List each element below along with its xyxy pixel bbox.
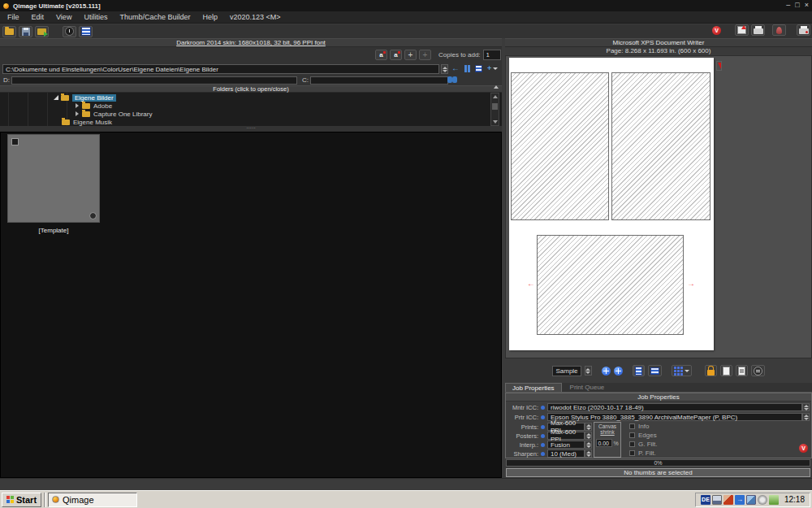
posters-field[interactable]: Max-600 PPI (547, 432, 585, 440)
option-dot-icon[interactable] (541, 425, 545, 429)
folder-refresh-button[interactable] (35, 26, 49, 37)
interp-spinner[interactable] (585, 441, 592, 449)
mntr-icc-spinner[interactable] (802, 403, 810, 411)
icc-dot-icon[interactable] (541, 415, 545, 419)
option-dot-icon[interactable] (541, 434, 545, 438)
copies-input[interactable] (483, 50, 501, 60)
menu-edit[interactable]: Edit (32, 13, 45, 21)
hold-icon[interactable] (464, 65, 470, 72)
menu-utilities[interactable]: Utilities (84, 13, 107, 21)
update-badge[interactable]: V (712, 26, 721, 35)
fit-view-icon[interactable] (602, 367, 611, 376)
pfilt-checkbox-row[interactable]: P. Filt. (629, 449, 656, 457)
update-tray-icon[interactable] (769, 495, 779, 505)
printer-setup-button[interactable] (751, 24, 765, 36)
prtr-icc-spinner[interactable] (802, 413, 810, 421)
tree-item-eigene-bilder[interactable]: Eigene Bilder (54, 93, 116, 102)
sharpen-spinner[interactable] (585, 449, 592, 458)
menu-file[interactable]: File (7, 13, 19, 21)
start-button[interactable]: Start (2, 493, 41, 507)
mouse-tray-icon[interactable] (758, 495, 767, 505)
thumb-rotate-icon[interactable] (89, 212, 97, 219)
skin-header-text[interactable]: Darkroom 2014 skin: 1680x1018, 32 bit, 9… (176, 39, 326, 46)
tree-collapsed-icon[interactable] (76, 103, 79, 108)
prints-spinner[interactable] (585, 423, 592, 431)
open-folder-button[interactable] (2, 26, 16, 37)
sample-spinner[interactable] (585, 366, 592, 376)
gfilt-checkbox-row[interactable]: G. Filt. (629, 441, 658, 448)
prtr-icc-field[interactable]: Epson Stylus Pro 3880_3885_3890 Archival… (547, 413, 802, 421)
auto-add-button-2[interactable]: a (390, 50, 402, 60)
print-cell-1[interactable] (511, 72, 609, 220)
display-tray-icon[interactable] (712, 495, 722, 505)
page-preview[interactable]: ← → (509, 58, 714, 350)
print-cell-2[interactable] (611, 72, 710, 220)
lock-button[interactable] (705, 365, 717, 376)
menu-help[interactable]: Help (202, 13, 218, 21)
drive-c-input[interactable] (310, 76, 448, 85)
info-checkbox[interactable] (629, 423, 635, 429)
small-list-icon[interactable] (475, 65, 482, 72)
sharpen-field[interactable]: 10 (Med) (547, 449, 585, 458)
resize-right-arrow-icon[interactable]: → (687, 280, 695, 287)
landscape-layout-button[interactable] (648, 365, 662, 376)
arrow-tray-icon[interactable]: → (735, 495, 745, 505)
menu-thumb-cache-builder[interactable]: Thumb/Cache Builder (119, 13, 190, 21)
page-settings-button[interactable] (751, 365, 765, 376)
copy-page-button[interactable] (736, 365, 748, 376)
add-copies-button[interactable]: + (404, 50, 417, 60)
taskbar-clock[interactable]: 12:18 (784, 495, 805, 504)
collapse-up-icon[interactable] (494, 85, 499, 89)
interp-field[interactable]: Fusion (547, 441, 585, 449)
print-cell-3[interactable] (537, 235, 684, 335)
tree-item-eigene-musik[interactable]: Eigene Musik (62, 118, 112, 126)
menu-version[interactable]: v2020.123 <M> (230, 13, 281, 21)
grid-options-button[interactable] (672, 365, 692, 376)
tree-item-adobe[interactable]: Adobe (76, 102, 112, 110)
edges-checkbox[interactable] (629, 432, 635, 438)
zoom-view-icon[interactable] (614, 367, 623, 376)
minimize-button[interactable]: – (786, 2, 790, 9)
tree-expanded-icon[interactable] (54, 95, 58, 100)
tree-item-capture-one-library[interactable]: Capture One Library (76, 110, 152, 118)
tab-job-properties[interactable]: Job Properties (505, 383, 562, 392)
queue-list-button[interactable] (79, 26, 93, 37)
portrait-layout-button[interactable] (633, 365, 645, 376)
print-preview-area[interactable]: ← → (505, 55, 812, 358)
scrollbar-thumb[interactable] (492, 103, 498, 110)
folders-header[interactable]: Folders (click to open/close) (0, 85, 502, 93)
path-field[interactable]: C:\Dokumente und Einstellungen\ColorUser… (2, 64, 439, 74)
network-tray-icon[interactable] (746, 495, 756, 505)
canvas-shrink-input[interactable] (596, 439, 612, 447)
language-indicator[interactable]: DE (701, 495, 710, 505)
sample-select[interactable]: Sample (552, 366, 581, 376)
close-button[interactable]: × (805, 2, 809, 9)
save-button[interactable] (19, 26, 32, 37)
thumbnail-area[interactable]: [Template] (0, 132, 502, 478)
mntr-icc-field[interactable]: riwodot Eizo (2020-10-17 18-49) (547, 403, 802, 411)
back-arrow-icon[interactable]: ← (451, 64, 460, 72)
timer-button[interactable] (63, 26, 76, 37)
tree-collapsed-icon[interactable] (76, 111, 79, 116)
auto-add-button-1[interactable]: a (375, 50, 387, 60)
scroll-up-icon[interactable] (493, 95, 498, 98)
v-badge-icon[interactable]: V (799, 444, 808, 453)
maximize-button[interactable]: □ (795, 2, 799, 9)
path-spinner[interactable] (441, 64, 448, 74)
g-filt-checkbox[interactable] (629, 441, 635, 447)
option-dot-icon[interactable] (541, 443, 545, 447)
new-page-button[interactable] (720, 365, 732, 376)
posters-spinner[interactable] (585, 432, 592, 440)
edges-checkbox-row[interactable]: Edges (629, 432, 657, 439)
task-button-qimage[interactable]: Qimage (48, 493, 137, 507)
info-checkbox-row[interactable]: Info (629, 423, 649, 430)
tab-print-queue[interactable]: Print Queue (562, 383, 613, 392)
add-folder-control[interactable]: + (487, 64, 498, 72)
scroll-down-icon[interactable] (493, 120, 498, 124)
drive-d-input[interactable] (11, 76, 297, 85)
print-to-file-button[interactable] (735, 24, 749, 36)
menu-view[interactable]: View (56, 13, 71, 21)
splitter-handle[interactable]: ····· (0, 126, 502, 132)
icc-dot-icon[interactable] (541, 406, 545, 410)
option-dot-icon[interactable] (541, 452, 545, 456)
